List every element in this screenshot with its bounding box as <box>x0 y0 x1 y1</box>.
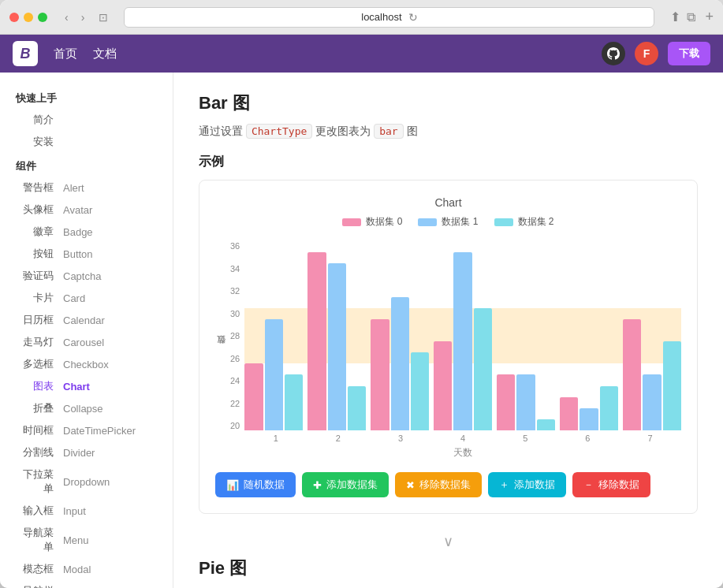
nav-home[interactable]: 首页 <box>54 47 77 61</box>
titlebar: ‹ › ⊡ localhost ↻ ⬆ ⧉ + <box>0 0 723 35</box>
tab-button[interactable]: ⧉ <box>687 10 695 24</box>
nav-docs[interactable]: 文档 <box>93 47 117 61</box>
sidebar-item-alert[interactable]: 警告框 Alert <box>0 177 173 199</box>
collapse-indicator[interactable]: ∨ <box>199 533 698 550</box>
x-axis-title: 天数 <box>244 446 681 460</box>
remove-data-button[interactable]: － 移除数据 <box>572 472 650 497</box>
maximize-button[interactable] <box>38 13 47 22</box>
sidebar-en-carousel: Carousel <box>63 337 104 348</box>
x-labels: 1 2 3 4 5 6 7 <box>244 434 681 443</box>
add-dataset-icon: ✚ <box>313 479 322 491</box>
bar-3-dataset-0 <box>434 341 452 430</box>
y-label-28: 28 <box>230 331 240 341</box>
new-tab-button[interactable]: + <box>705 9 714 25</box>
add-data-label: 添加数据 <box>514 478 555 492</box>
sidebar-item-install[interactable]: 安装 <box>0 131 173 153</box>
random-data-label: 随机数据 <box>244 478 285 492</box>
sidebar-item-install-cn: 安装 <box>16 135 54 149</box>
add-data-icon: ＋ <box>499 478 509 492</box>
desc-mid: 更改图表为 <box>315 125 371 137</box>
sidebar-cn-dropdown: 下拉菜单 <box>16 467 54 496</box>
chart-container: Chart 数据集 0 数据集 1 数据集 2 <box>215 196 681 497</box>
sidebar-en-checkbox: Checkbox <box>63 359 109 370</box>
sidebar-en-button: Button <box>63 248 93 260</box>
back-button[interactable]: ‹ <box>60 9 73 25</box>
app-window: ‹ › ⊡ localhost ↻ ⬆ ⧉ + B 首页 文档 F 下载 快速上… <box>0 0 723 588</box>
sidebar-item-card[interactable]: 卡片 Card <box>0 287 173 309</box>
url-bar[interactable]: localhost ↻ <box>124 7 654 28</box>
bar-group-0 <box>244 319 303 430</box>
desc-suffix: 图 <box>407 125 418 137</box>
sidebar: 快速上手 简介 安装 组件 警告框 Alert 头像框 Avatar 徽章 Ba… <box>0 73 173 588</box>
remove-dataset-button[interactable]: ✖ 移除数据集 <box>395 472 482 497</box>
bar-6-dataset-2 <box>663 341 681 430</box>
random-data-button[interactable]: 📊 随机数据 <box>215 472 296 497</box>
sidebar-item-badge[interactable]: 徽章 Badge <box>0 221 173 243</box>
sidebar-en-card: Card <box>63 292 85 304</box>
sidebar-item-nav[interactable]: 导航栏 Nav <box>0 580 173 588</box>
y-label-30: 30 <box>230 309 240 318</box>
sidebar-cn-modal: 模态框 <box>16 562 54 576</box>
random-data-icon: 📊 <box>226 479 239 491</box>
sidebar-item-menu[interactable]: 导航菜单 Menu <box>0 522 173 558</box>
window-layout-button[interactable]: ⊡ <box>99 11 108 24</box>
bar-chart-demo: Chart 数据集 0 数据集 1 数据集 2 <box>199 180 698 514</box>
sidebar-item-checkbox[interactable]: 多选框 Checkbox <box>0 353 173 375</box>
bar-group-6 <box>623 319 681 430</box>
legend-label-2: 数据集 2 <box>518 215 554 229</box>
example-label: 示例 <box>199 154 698 170</box>
sidebar-item-collapse[interactable]: 折叠 Collapse <box>0 397 173 419</box>
brand-logo: B <box>13 41 38 66</box>
reload-button[interactable]: ↻ <box>408 11 418 24</box>
sidebar-cn-captcha: 验证码 <box>16 269 54 283</box>
legend-label-1: 数据集 1 <box>442 215 478 229</box>
sidebar-item-captcha[interactable]: 验证码 Captcha <box>0 265 173 287</box>
minimize-button[interactable] <box>24 13 33 22</box>
bar-0-dataset-1 <box>265 319 283 430</box>
download-button[interactable]: 下载 <box>668 42 710 65</box>
add-data-button[interactable]: ＋ 添加数据 <box>488 472 566 497</box>
sidebar-item-intro[interactable]: 简介 <box>0 109 173 131</box>
sidebar-item-calendar[interactable]: 日历框 Calendar <box>0 309 173 331</box>
sidebar-item-modal[interactable]: 模态框 Modal <box>0 558 173 580</box>
sidebar-item-dropdown[interactable]: 下拉菜单 Dropdown <box>0 463 173 500</box>
sidebar-item-carousel[interactable]: 走马灯 Carousel <box>0 331 173 353</box>
nav-arrows: ‹ › <box>60 9 89 25</box>
github-icon-button[interactable] <box>602 42 625 65</box>
legend-item-2: 数据集 2 <box>494 215 554 229</box>
sidebar-item-divider[interactable]: 分割线 Divider <box>0 441 173 463</box>
sidebar-cn-badge: 徽章 <box>16 225 54 239</box>
sidebar-item-avatar[interactable]: 头像框 Avatar <box>0 199 173 221</box>
add-dataset-button[interactable]: ✚ 添加数据集 <box>302 472 389 497</box>
sidebar-en-divider: Divider <box>63 447 95 459</box>
share-button[interactable]: ⬆ <box>670 9 680 24</box>
sidebar-cn-nav: 导航栏 <box>16 584 54 588</box>
sidebar-cn-divider: 分割线 <box>16 445 54 460</box>
close-button[interactable] <box>9 13 19 22</box>
bar-1-dataset-0 <box>307 252 326 430</box>
legend-color-2 <box>494 218 513 226</box>
bars-outer: 1 2 3 4 5 6 7 天数 <box>244 241 681 460</box>
y-label-26: 26 <box>230 354 240 363</box>
sidebar-cn-card: 卡片 <box>16 291 54 305</box>
sidebar-item-chart[interactable]: 图表 Chart <box>0 375 173 397</box>
sidebar-en-alert: Alert <box>63 182 84 194</box>
bars-area <box>244 241 681 430</box>
sidebar-item-input[interactable]: 输入框 Input <box>0 500 173 522</box>
y-label-24: 24 <box>230 376 240 385</box>
sidebar-cn-collapse: 折叠 <box>16 401 54 415</box>
forward-button[interactable]: › <box>76 9 90 25</box>
sidebar-en-datetimepicker: DateTimePicker <box>63 425 136 437</box>
legend-color-1 <box>418 218 437 226</box>
sidebar-item-datetimepicker[interactable]: 时间框 DateTimePicker <box>0 419 173 441</box>
legend-label-0: 数据集 0 <box>366 215 402 229</box>
legend-item-0: 数据集 0 <box>342 215 402 229</box>
sidebar-item-button[interactable]: 按钮 Button <box>0 243 173 265</box>
y-label-34: 34 <box>230 264 240 274</box>
sidebar-en-collapse: Collapse <box>63 403 103 415</box>
pie-title: Pie 图 <box>199 556 698 580</box>
f-icon-button[interactable]: F <box>635 42 658 65</box>
bar-4-dataset-0 <box>497 374 515 430</box>
y-title-wrap: 数值 <box>215 241 230 460</box>
remove-dataset-icon: ✖ <box>406 479 415 491</box>
